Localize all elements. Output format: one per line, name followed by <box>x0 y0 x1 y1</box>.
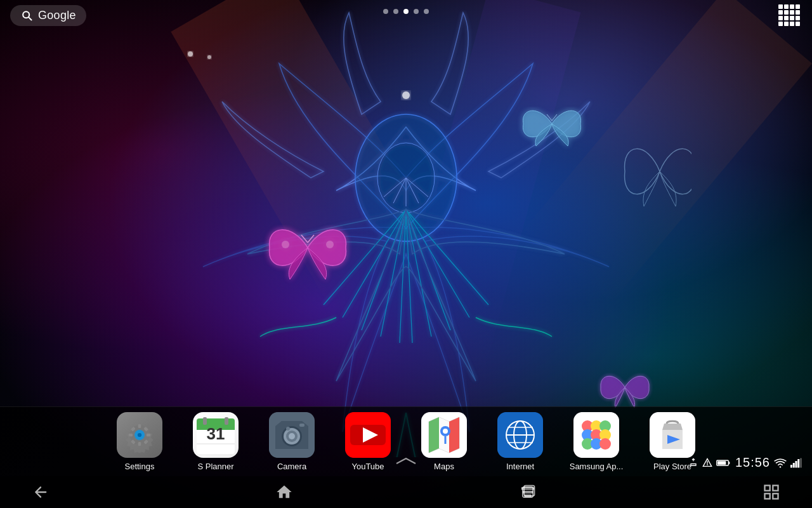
back-icon <box>32 483 49 501</box>
app-splanner[interactable]: 31 S Planner <box>178 408 254 475</box>
back-button[interactable] <box>25 477 56 507</box>
svg-marker-61 <box>429 417 439 453</box>
all-apps-button[interactable] <box>776 3 802 28</box>
svg-rect-96 <box>765 493 770 498</box>
svg-point-24 <box>188 51 193 57</box>
playstore-icon <box>650 412 695 458</box>
svg-rect-34 <box>129 434 133 437</box>
page-dot-2[interactable] <box>393 9 398 14</box>
svg-point-23 <box>402 91 410 99</box>
page-dot-3[interactable] <box>403 9 409 14</box>
maps-label: Maps <box>434 462 454 471</box>
svg-rect-47 <box>203 417 207 425</box>
svg-point-81 <box>599 438 611 450</box>
maps-icon <box>421 412 467 458</box>
signal-icon <box>790 458 802 468</box>
app-settings[interactable]: Settings <box>102 408 178 475</box>
svg-rect-35 <box>147 434 150 437</box>
settings-label: Settings <box>125 462 155 471</box>
svg-rect-88 <box>793 463 795 468</box>
screenshot-icon <box>763 483 780 501</box>
svg-rect-48 <box>225 417 228 425</box>
app-samsung[interactable]: Samsung Ap... <box>558 408 634 475</box>
svg-rect-55 <box>299 424 304 427</box>
svg-rect-85 <box>728 462 730 464</box>
svg-rect-89 <box>796 461 797 468</box>
svg-rect-90 <box>797 459 799 468</box>
grid-icon <box>778 4 800 26</box>
page-dot-1[interactable] <box>383 9 388 14</box>
svg-marker-63 <box>449 417 459 453</box>
svg-point-54 <box>286 427 290 431</box>
home-gesture-bar[interactable] <box>393 457 419 470</box>
settings-icon <box>117 412 162 458</box>
svg-point-65 <box>443 429 448 434</box>
youtube-label: YouTube <box>351 462 384 471</box>
home-button[interactable] <box>269 477 299 507</box>
top-bar: Google <box>0 0 812 30</box>
svg-line-15 <box>406 210 488 305</box>
app-internet[interactable]: Internet <box>482 408 558 475</box>
camera-icon <box>269 412 315 458</box>
recent-button[interactable] <box>513 477 543 507</box>
svg-point-41 <box>138 433 141 437</box>
screenshot-button[interactable] <box>756 477 787 507</box>
page-dot-4[interactable] <box>414 9 419 14</box>
home-icon <box>275 483 293 501</box>
splanner-icon: 31 <box>193 412 239 458</box>
battery-icon <box>716 458 731 468</box>
svg-rect-97 <box>773 493 778 498</box>
svg-rect-94 <box>765 486 770 491</box>
svg-point-25 <box>207 55 211 59</box>
internet-icon <box>497 412 543 458</box>
camera-label: Camera <box>277 462 306 471</box>
page-dots <box>383 9 429 14</box>
warning-icon <box>702 458 712 468</box>
wifi-icon <box>774 458 787 468</box>
splanner-label: S Planner <box>197 462 233 471</box>
svg-point-19 <box>282 241 289 248</box>
svg-rect-86 <box>717 461 726 464</box>
internet-label: Internet <box>506 462 534 471</box>
usb-icon <box>688 458 698 468</box>
search-icon <box>20 9 33 22</box>
svg-point-53 <box>289 433 295 439</box>
search-bar[interactable]: Google <box>10 5 86 26</box>
svg-rect-95 <box>773 486 778 491</box>
home-gesture-icon <box>393 457 419 470</box>
nav-bar <box>0 476 812 508</box>
svg-point-20 <box>326 241 334 248</box>
svg-rect-33 <box>138 442 141 446</box>
page-dot-5[interactable] <box>424 9 429 14</box>
search-label: Google <box>38 9 76 22</box>
time-display: 15:56 <box>735 455 770 470</box>
svg-rect-91 <box>800 458 802 467</box>
svg-text:31: 31 <box>207 424 225 443</box>
svg-rect-32 <box>138 424 141 428</box>
status-bar: 15:56 <box>678 455 812 470</box>
samsung-label: Samsung Ap... <box>570 462 624 471</box>
samsung-icon <box>573 412 619 458</box>
recent-icon <box>519 483 537 501</box>
app-camera[interactable]: Camera <box>254 408 330 475</box>
flower-decoration <box>121 0 691 457</box>
svg-rect-87 <box>790 465 792 468</box>
youtube-icon <box>345 412 391 458</box>
